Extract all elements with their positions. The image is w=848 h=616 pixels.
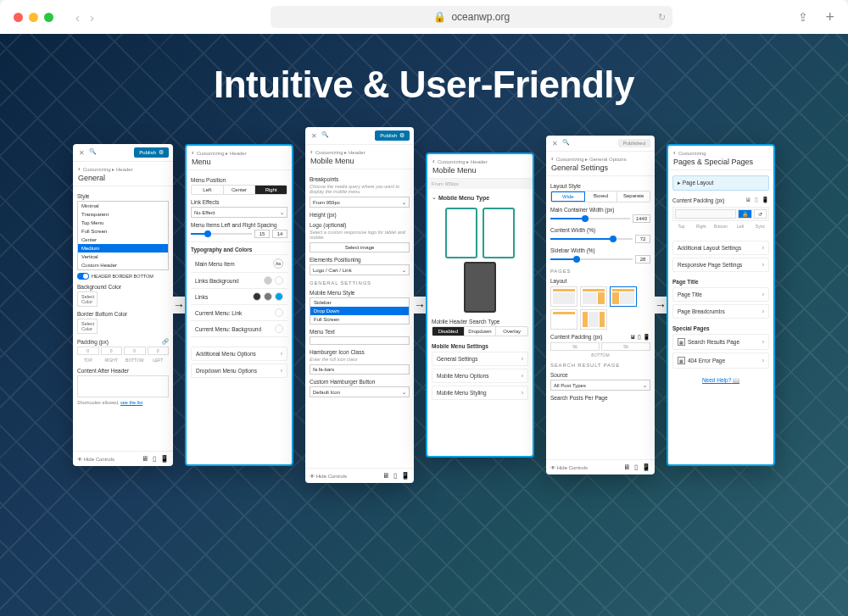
breadcrumb: ‹Customizing ▸ Header (73, 162, 173, 174)
layout-option-selected[interactable] (610, 286, 637, 307)
tablet-icon[interactable]: ▯ (634, 463, 638, 471)
shortcodes-link[interactable]: see the list (120, 400, 142, 405)
refresh-icon[interactable]: ↻ (658, 12, 666, 23)
responsive-page-link[interactable]: Responsive Page Settings› (672, 258, 769, 272)
minimize-window-icon[interactable] (29, 13, 38, 22)
close-window-icon[interactable] (14, 13, 23, 22)
tablet-icon[interactable]: ▯ (393, 472, 397, 480)
gear-icon[interactable]: ⚙ (159, 149, 164, 156)
mobile-style-dropdown[interactable]: Sidebar Drop Down Full Screen (310, 297, 410, 325)
layout-option[interactable] (580, 309, 607, 330)
customizer-panel-pages: ‹Customizing Pages & Special Pages ▸ Pag… (667, 144, 775, 466)
mobile-preview-2[interactable] (483, 208, 515, 258)
search-icon[interactable]: 🔍 (321, 131, 330, 140)
mobile-icon[interactable]: 📱 (160, 455, 169, 463)
layout-option[interactable] (550, 309, 577, 330)
menu-text-input[interactable] (310, 336, 410, 345)
back-icon[interactable]: ‹ (78, 165, 81, 173)
padding-left[interactable]: 0 (148, 347, 170, 355)
select-color-button[interactable]: Select Color (77, 291, 98, 307)
additional-layout-link[interactable]: Additional Layout Settings› (672, 241, 769, 255)
back-icon[interactable]: ‹ (75, 10, 80, 25)
layout-option[interactable] (550, 286, 577, 307)
typography-icon[interactable]: Aa (273, 258, 283, 269)
maximize-window-icon[interactable] (44, 13, 53, 22)
back-icon[interactable]: ‹ (673, 149, 676, 157)
window-controls (14, 13, 53, 22)
mobile-menu-options-link[interactable]: Mobile Menu Options› (432, 369, 528, 383)
padding-top[interactable]: 0 (77, 347, 99, 355)
link-effects-select[interactable]: No Effect⌄ (191, 207, 287, 218)
reset-icon[interactable]: ↺ (754, 209, 767, 219)
mobile-icon[interactable]: 📱 (642, 463, 650, 471)
content-textarea[interactable] (77, 375, 169, 397)
need-help-link[interactable]: Need Help? 📖 (672, 377, 769, 384)
style-label: Style (77, 193, 169, 199)
close-icon[interactable]: ✕ (310, 131, 318, 140)
chevron-down-icon: ⌄ (643, 382, 647, 388)
elements-select[interactable]: Logo / Cart / Link⌄ (310, 264, 410, 275)
chevron-down-icon: ⌄ (402, 389, 406, 395)
page-breadcrumbs-link[interactable]: Page Breadcrumbs› (672, 304, 769, 319)
page-icon: ▦ (678, 338, 685, 346)
search-results-link[interactable]: ▦Search Results Page› (672, 334, 769, 350)
desktop-icon[interactable]: 🖥 (623, 463, 630, 471)
search-icon[interactable]: 🔍 (562, 139, 571, 147)
close-icon[interactable]: ✕ (77, 148, 86, 157)
layout-style-segment[interactable]: Wide Boxed Separate (550, 191, 650, 203)
mobile-preview-3[interactable] (464, 262, 496, 313)
desktop-icon[interactable]: 🖥 (142, 455, 148, 463)
style-dropdown-open[interactable]: Minimal Transparent Top Menu Full Screen… (77, 201, 169, 270)
page-content: Intuitive & User-Friendly ✕ 🔍 Publish⚙ ‹… (0, 34, 848, 616)
browser-window: ‹ › 🔒 oceanwp.org ↻ ⇪ + Intuitive & User… (0, 0, 848, 616)
select-color-button[interactable]: Select Color (77, 319, 98, 334)
layout-option[interactable] (580, 286, 607, 307)
publish-button[interactable]: Publish⚙ (375, 130, 410, 141)
padding-right[interactable]: 0 (101, 347, 123, 355)
publish-button[interactable]: Publish⚙ (134, 147, 169, 158)
source-select[interactable]: All Post Types⌄ (550, 380, 650, 391)
chevron-down-icon: ⌄ (402, 199, 406, 205)
mobile-menu-styling-link[interactable]: Mobile Menu Styling› (432, 386, 528, 400)
404-error-link[interactable]: ▦404 Error Page› (672, 352, 769, 369)
content-width-slider[interactable]: 72 (550, 235, 650, 243)
back-icon[interactable]: ‹ (551, 155, 554, 163)
page-title-link[interactable]: Page Title› (672, 287, 769, 302)
visibility-icon: 👁 (77, 457, 82, 462)
select-image-button[interactable]: Select image (310, 242, 410, 253)
header-border-toggle[interactable] (77, 273, 89, 280)
sidebar-width-slider[interactable]: 28 (550, 255, 650, 264)
custom-hamburger-select[interactable]: Default Icon⌄ (310, 386, 410, 397)
arrow-icon: → (414, 297, 426, 314)
close-icon[interactable]: ✕ (550, 139, 559, 147)
new-tab-icon[interactable]: + (825, 8, 834, 26)
share-icon[interactable]: ⇪ (798, 10, 808, 24)
spacing-slider[interactable]: 15 14 (191, 230, 287, 238)
chevron-down-icon[interactable]: ⌄ (432, 194, 437, 201)
back-icon[interactable]: ‹ (192, 149, 194, 157)
main-width-slider[interactable]: 1440 (550, 214, 650, 223)
page-layout-link[interactable]: ▸ Page Layout (672, 175, 769, 191)
search-icon[interactable]: 🔍 (89, 148, 98, 157)
additional-menu-link[interactable]: Additional Menu Options› (191, 347, 287, 361)
devices-icons[interactable]: 🖥 ▯ 📱 (630, 334, 650, 341)
hamburger-class-input[interactable]: fa fa-bars (310, 364, 410, 375)
mobile-preview-1[interactable] (445, 208, 477, 258)
tablet-icon[interactable]: ▯ (153, 455, 156, 463)
url-bar[interactable]: 🔒 oceanwp.org ↻ (271, 6, 672, 28)
padding-bottom[interactable]: 0 (124, 347, 146, 355)
search-type-segment[interactable]: Disabled Dropdown Overlay (432, 326, 528, 336)
link-icon[interactable]: 🔗 (162, 338, 169, 345)
dropdown-menu-link[interactable]: Dropdown Menu Options› (191, 363, 287, 378)
back-icon[interactable]: ‹ (310, 148, 313, 156)
lock-icon[interactable]: 🔒 (738, 209, 752, 219)
back-icon[interactable]: ‹ (432, 158, 435, 165)
menu-position-segment[interactable]: Left Center Right (191, 185, 287, 195)
layout-thumbnails (550, 286, 650, 330)
general-settings-link[interactable]: General Settings› (432, 352, 528, 366)
mobile-icon[interactable]: 📱 (401, 472, 410, 480)
panels-row: ✕ 🔍 Publish⚙ ‹Customizing ▸ Header Gener… (0, 127, 848, 483)
desktop-icon[interactable]: 🖥 (382, 472, 389, 480)
forward-icon[interactable]: › (90, 10, 94, 25)
breakpoint-select[interactable]: From 959px⌄ (310, 197, 410, 208)
